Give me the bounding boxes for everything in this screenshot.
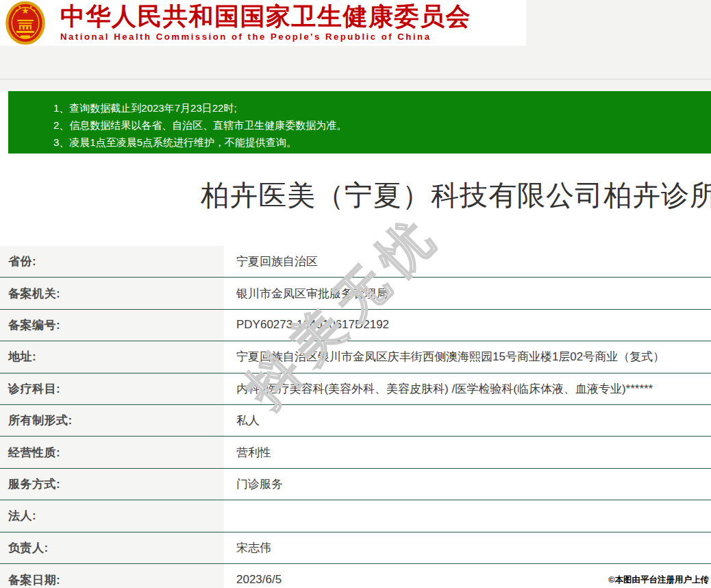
field-value: 营利性 bbox=[224, 437, 711, 467]
field-label: 负责人: bbox=[0, 532, 224, 563]
field-value: 私人 bbox=[224, 405, 711, 436]
notice-line-1: 1、查询数据截止到2023年7月23日22时; bbox=[53, 99, 711, 117]
notice-line-3: 3、凌晨1点至凌晨5点系统进行维护，不能提供查询。 bbox=[53, 134, 711, 151]
table-row-legal-person: 法人: bbox=[0, 500, 711, 532]
china-national-emblem-icon bbox=[5, 1, 46, 45]
record-table: 省份: 宁夏回族自治区 备案机关: 银川市金凤区审批服务管理局 备案编号: PD… bbox=[0, 246, 711, 588]
field-label: 所有制形式: bbox=[0, 405, 224, 436]
table-row-address: 地址: 宁夏回族自治区银川市金凤区庆丰街西侧澳海熙园15号商业楼1层02号商业（… bbox=[0, 341, 711, 373]
field-value: 银川市金凤区审批服务管理局 bbox=[224, 278, 711, 308]
field-label: 备案机关: bbox=[0, 278, 224, 308]
org-name-block: 中华人民共和国国家卫生健康委员会 National Health Commiss… bbox=[60, 3, 471, 42]
field-label: 法人: bbox=[0, 500, 224, 531]
field-label: 备案日期: bbox=[0, 564, 224, 588]
table-row-service-mode: 服务方式: 门诊服务 bbox=[0, 469, 711, 500]
field-label: 备案编号: bbox=[0, 310, 224, 341]
table-row-filing-number: 备案编号: PDY60273-164010617D2192 bbox=[0, 310, 711, 341]
table-row-province: 省份: 宁夏回族自治区 bbox=[0, 246, 711, 278]
field-value: 门诊服务 bbox=[224, 469, 711, 500]
copyright-note: ©本图由平台注册用户上传 bbox=[608, 574, 709, 586]
table-row-person-in-charge: 负责人: 宋志伟 bbox=[0, 532, 711, 564]
page: 中华人民共和国国家卫生健康委员会 National Health Commiss… bbox=[0, 0, 711, 588]
field-label: 服务方式: bbox=[0, 469, 224, 500]
field-label: 省份: bbox=[0, 246, 224, 277]
site-header: 中华人民共和国国家卫生健康委员会 National Health Commiss… bbox=[0, 0, 526, 46]
field-label: 经营性质: bbox=[0, 437, 224, 467]
field-value: 内科 /医疗美容科(美容外科、美容皮肤科) /医学检验科(临床体液、血液专业)*… bbox=[224, 373, 711, 404]
org-name-en: National Health Commission of the People… bbox=[60, 32, 471, 42]
field-value: 宋志伟 bbox=[224, 532, 711, 563]
notice-banner: 1、查询数据截止到2023年7月23日22时; 2、信息数据结果以各省、自治区、… bbox=[8, 91, 711, 154]
table-row-filing-date: 备案日期: 2023/6/5 bbox=[0, 564, 711, 588]
field-label: 诊疗科目: bbox=[0, 373, 224, 404]
field-value bbox=[224, 500, 711, 531]
table-row-departments: 诊疗科目: 内科 /医疗美容科(美容外科、美容皮肤科) /医学检验科(临床体液、… bbox=[0, 373, 711, 405]
field-value: PDY60273-164010617D2192 bbox=[224, 310, 711, 341]
header-divider bbox=[0, 79, 711, 79]
field-label: 地址: bbox=[0, 341, 224, 372]
field-value: 宁夏回族自治区 bbox=[224, 246, 711, 277]
org-name-zh: 中华人民共和国国家卫生健康委员会 bbox=[60, 3, 471, 30]
institution-title: 柏卉医美（宁夏）科技有限公司柏卉诊所 bbox=[201, 177, 711, 215]
notice-line-2: 2、信息数据结果以各省、自治区、直辖市卫生健康委数据为准。 bbox=[53, 117, 711, 134]
table-row-filing-authority: 备案机关: 银川市金凤区审批服务管理局 bbox=[0, 278, 711, 309]
table-row-ownership: 所有制形式: 私人 bbox=[0, 405, 711, 437]
table-row-business-nature: 经营性质: 营利性 bbox=[0, 437, 711, 468]
field-value: 宁夏回族自治区银川市金凤区庆丰街西侧澳海熙园15号商业楼1层02号商业（复式） bbox=[224, 341, 711, 372]
